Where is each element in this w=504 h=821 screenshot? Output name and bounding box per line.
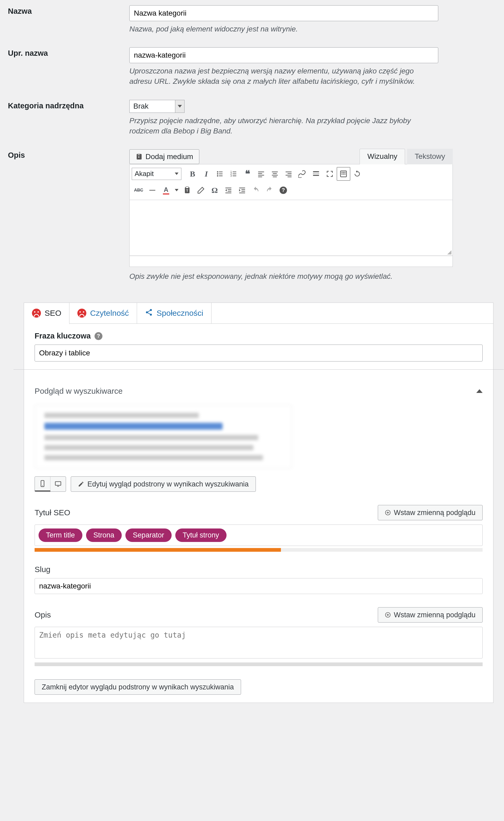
insert-variable-desc-button[interactable]: Wstaw zmienną podglądu xyxy=(378,607,483,623)
search-preview-card xyxy=(35,405,292,468)
title-pill[interactable]: Separator xyxy=(125,528,172,542)
svg-rect-16 xyxy=(272,171,278,172)
seo-slug-input[interactable] xyxy=(35,578,483,594)
indent-button[interactable] xyxy=(235,183,249,197)
mobile-icon xyxy=(39,480,46,487)
tab-text[interactable]: Tekstowy xyxy=(407,149,453,164)
svg-rect-14 xyxy=(258,175,264,176)
share-icon xyxy=(145,308,153,318)
svg-rect-41 xyxy=(225,192,232,193)
chevron-up-icon xyxy=(476,389,483,393)
redo-button[interactable] xyxy=(263,183,276,197)
name-input[interactable] xyxy=(129,5,438,21)
seo-title-input[interactable]: Term title Strona Separator Tytuł strony xyxy=(35,524,483,546)
more-button[interactable] xyxy=(309,167,323,181)
parent-label: Kategoria nadrzędna xyxy=(8,100,129,110)
align-right-button[interactable] xyxy=(282,167,295,181)
svg-point-4 xyxy=(217,175,218,176)
bold-button[interactable]: B xyxy=(186,167,199,181)
insert-variable-title-button[interactable]: Wstaw zmienną podglądu xyxy=(378,505,483,520)
svg-rect-15 xyxy=(258,176,262,177)
desc-label: Opis xyxy=(8,149,129,159)
parent-selected: Brak xyxy=(130,102,175,110)
text-color-button[interactable]: A xyxy=(159,183,173,197)
svg-rect-45 xyxy=(239,192,245,193)
svg-rect-31 xyxy=(342,173,343,175)
chevron-down-icon xyxy=(175,100,184,112)
svg-rect-28 xyxy=(342,172,343,173)
editor-statusbar xyxy=(129,256,453,267)
svg-rect-7 xyxy=(233,171,237,172)
svg-rect-23 xyxy=(288,176,292,177)
svg-point-0 xyxy=(217,171,218,172)
svg-rect-32 xyxy=(343,173,344,175)
parent-select[interactable]: Brak xyxy=(129,100,185,113)
desktop-preview-button[interactable] xyxy=(50,477,66,491)
format-selected: Akapit xyxy=(135,170,175,178)
title-pill[interactable]: Strona xyxy=(86,528,122,542)
svg-text:3: 3 xyxy=(230,174,232,177)
svg-rect-52 xyxy=(57,486,59,486)
resize-grip-icon[interactable] xyxy=(447,250,451,255)
quote-button[interactable]: ❝ xyxy=(241,167,254,181)
help-button[interactable]: ? xyxy=(276,183,290,197)
title-progress xyxy=(35,548,483,552)
svg-point-50 xyxy=(42,485,43,486)
paste-text-button[interactable]: T xyxy=(180,183,194,197)
close-snippet-editor-button[interactable]: Zamknij edytor wyglądu podstrony w wynik… xyxy=(35,679,241,695)
tab-social-label: Społeczności xyxy=(157,309,203,318)
outdent-button[interactable] xyxy=(222,183,235,197)
preview-heading: Podgląd w wyszukiwarce xyxy=(35,387,123,396)
svg-rect-3 xyxy=(219,173,223,174)
text-color-chevron[interactable] xyxy=(173,183,180,197)
insert-variable-title-label: Wstaw zmienną podglądu xyxy=(394,509,475,517)
device-toggle xyxy=(35,476,66,492)
italic-button[interactable]: I xyxy=(199,167,213,181)
svg-rect-22 xyxy=(286,175,292,176)
title-pill[interactable]: Tytuł strony xyxy=(175,528,227,542)
edit-snippet-button[interactable]: Edytuj wygląd podstrony w wynikach wyszu… xyxy=(71,476,256,492)
horizontal-rule-button[interactable] xyxy=(145,183,159,197)
tab-visual[interactable]: Wizualny xyxy=(360,149,405,164)
help-icon[interactable]: ? xyxy=(95,332,102,340)
refresh-button[interactable] xyxy=(350,167,364,181)
tab-readability[interactable]: Czytelność xyxy=(69,303,137,324)
seo-desc-input[interactable] xyxy=(35,627,483,659)
format-select[interactable]: Akapit xyxy=(132,168,181,180)
numbered-list-button[interactable]: 123 xyxy=(227,167,241,181)
svg-point-47 xyxy=(146,311,148,313)
name-help: Nazwa, pod jaką element widoczny jest na… xyxy=(129,24,438,34)
tab-readability-label: Czytelność xyxy=(90,309,129,318)
toolbar-toggle-button[interactable] xyxy=(337,167,350,181)
special-char-button[interactable]: Ω xyxy=(208,183,222,197)
svg-rect-42 xyxy=(239,187,245,188)
preview-section-toggle[interactable]: Podgląd w wyszukiwarce xyxy=(35,378,483,405)
tab-social[interactable]: Społeczności xyxy=(137,303,211,324)
bullet-list-button[interactable] xyxy=(213,167,227,181)
tab-seo[interactable]: SEO xyxy=(24,303,69,325)
align-left-button[interactable] xyxy=(254,167,268,181)
svg-rect-1 xyxy=(219,171,223,172)
add-media-button[interactable]: Dodaj medium xyxy=(129,149,199,164)
strikethrough-button[interactable]: ABC xyxy=(132,183,145,197)
svg-rect-36 xyxy=(186,186,189,188)
undo-button[interactable] xyxy=(249,183,263,197)
svg-point-46 xyxy=(150,309,152,311)
clear-format-button[interactable] xyxy=(194,183,208,197)
fullscreen-button[interactable] xyxy=(323,167,337,181)
mobile-preview-button[interactable] xyxy=(35,477,50,491)
editor-textarea[interactable] xyxy=(129,200,453,256)
svg-point-48 xyxy=(150,314,152,316)
link-button[interactable] xyxy=(295,167,309,181)
title-pill[interactable]: Term title xyxy=(39,528,82,542)
svg-rect-51 xyxy=(55,482,61,485)
name-label: Nazwa xyxy=(8,5,129,16)
seo-slug-label: Slug xyxy=(35,565,50,574)
svg-rect-34 xyxy=(149,190,156,191)
align-center-button[interactable] xyxy=(268,167,282,181)
svg-rect-11 xyxy=(233,175,237,176)
sad-face-icon xyxy=(32,309,41,318)
slug-input[interactable] xyxy=(129,47,438,63)
keyword-input[interactable] xyxy=(35,345,483,362)
desc-progress xyxy=(35,663,483,666)
